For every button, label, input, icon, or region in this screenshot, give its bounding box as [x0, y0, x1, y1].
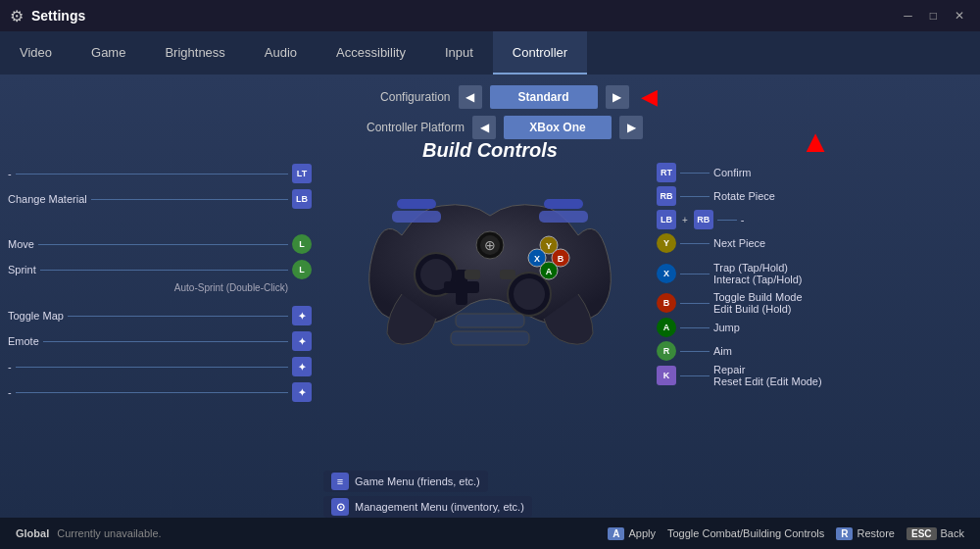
titlebar: ⚙ Settings ─ □ ✕: [0, 0, 980, 31]
jump-label-text: Jump: [713, 322, 740, 333]
svg-text:Y: Y: [546, 241, 552, 251]
right-labels-column: RT Confirm RB Rotate Piece LB + RB - Y: [657, 161, 980, 388]
trap-label-text: Trap (Tap/Hold): [713, 262, 802, 274]
y-badge-nextpiece: Y: [657, 233, 676, 253]
lb-badge: LB: [292, 189, 312, 209]
status-left: Global Currently unavailable.: [16, 527, 162, 539]
svg-rect-24: [451, 331, 529, 345]
mgmt-label-text: Management Menu (inventory, etc.): [355, 501, 524, 513]
status-right: A Apply Toggle Combat/Building Controls …: [608, 527, 964, 540]
controller-image: Y X B A ⊕: [343, 157, 637, 353]
tab-game[interactable]: Game: [72, 31, 145, 75]
confirm-label-text: Confirm: [713, 167, 752, 178]
rl-row-nextpiece: Y Next Piece: [657, 231, 980, 255]
restore-badge: R: [836, 527, 853, 540]
statusbar: Global Currently unavailable. A Apply To…: [0, 518, 980, 549]
restore-button[interactable]: R Restore: [836, 527, 895, 540]
apply-button[interactable]: A Apply: [608, 527, 656, 540]
repair-label-text: Repair: [713, 364, 822, 375]
rotate-line: [680, 196, 710, 197]
svg-rect-9: [444, 281, 479, 293]
dash1-line: [16, 367, 288, 368]
config-configuration-row: Configuration ◀ Standard ▶ ◀: [323, 84, 658, 110]
svg-text:X: X: [534, 254, 540, 264]
repair-reset-labels: Repair Reset Edit (Edit Mode): [713, 364, 822, 387]
svg-text:⊕: ⊕: [484, 237, 496, 253]
tab-input[interactable]: Input: [425, 31, 493, 75]
interact-label-text: Interact (Tap/Hold): [713, 274, 802, 285]
configuration-next-button[interactable]: ▶: [606, 85, 629, 109]
confirm-line: [680, 173, 710, 174]
gamemenu-label-text: Game Menu (friends, etc.): [355, 475, 480, 487]
titlebar-controls: ─ □ ✕: [898, 7, 970, 25]
ll-row-dash2: - ✦: [8, 379, 312, 405]
spacer-1: [8, 212, 312, 231]
b-badge-togglebuild: B: [657, 293, 676, 313]
maximize-button[interactable]: □: [924, 7, 943, 25]
svg-rect-3: [544, 199, 583, 209]
svg-text:B: B: [558, 254, 564, 264]
a-badge-jump: A: [657, 318, 676, 337]
lbrb-line: [717, 220, 737, 221]
rt-badge-confirm: RT: [657, 163, 676, 182]
svg-point-7: [514, 278, 545, 310]
configuration-prev-button[interactable]: ◀: [459, 85, 482, 109]
lb-badge-lbrb: LB: [657, 210, 676, 229]
dpad-badge-emote: ✦: [292, 331, 312, 351]
spacer-2: [8, 293, 312, 303]
game-menu-row: ≡ Game Menu (friends, etc.): [323, 471, 488, 492]
tab-accessibility[interactable]: Accessibility: [317, 31, 425, 75]
lb-line: [91, 199, 288, 200]
rl-row-repair: K Repair Reset Edit (Edit Mode): [657, 363, 980, 388]
plus-sign: +: [682, 215, 688, 225]
dpad-badge-togglemap: ✦: [292, 306, 312, 325]
togglemap-label-text: Toggle Map: [8, 310, 64, 322]
platform-prev-button[interactable]: ◀: [472, 116, 496, 139]
lb-label-text: Change Material: [8, 193, 87, 205]
apply-label: Apply: [628, 527, 656, 539]
togglebuild-line: [680, 303, 710, 304]
lbrb-label-text: -: [741, 214, 745, 225]
rl-row-togglebuild: B Toggle Build Mode Edit Build (Hold): [657, 290, 980, 316]
aim-label-text: Aim: [713, 345, 732, 357]
config-section: Configuration ◀ Standard ▶ ◀ Controller …: [0, 75, 980, 139]
l-badge-move: L: [292, 234, 312, 254]
back-button[interactable]: ESC Back: [906, 527, 964, 540]
management-menu-row: ⊙ Management Menu (inventory, etc.): [323, 496, 532, 518]
sprint-line: [40, 270, 288, 271]
configuration-label: Configuration: [323, 90, 451, 104]
l-badge-sprint: L: [292, 260, 312, 279]
svg-rect-2: [539, 211, 588, 223]
rb-badge-lbrb: RB: [694, 210, 713, 229]
rb-badge-rotate: RB: [657, 186, 676, 206]
r-badge-aim: R: [657, 341, 676, 361]
rl-row-trap: X Trap (Tap/Hold) Interact (Tap/Hold): [657, 261, 980, 286]
ll-row-sprint: Sprint L: [8, 257, 312, 282]
left-labels-column: - LT Change Material LB Move L Sprint: [8, 161, 312, 405]
dpad-badge-dash1: ✦: [292, 357, 312, 376]
close-button[interactable]: ✕: [949, 7, 970, 25]
tab-audio[interactable]: Audio: [245, 31, 317, 75]
tab-video[interactable]: Video: [0, 31, 72, 75]
resetedit-label-text: Reset Edit (Edit Mode): [713, 375, 822, 387]
k-badge-repair: K: [657, 366, 676, 385]
titlebar-left: ⚙ Settings: [10, 7, 85, 25]
platform-next-button[interactable]: ▶: [619, 116, 643, 139]
togglebuild-label-text: Toggle Build Mode: [713, 291, 803, 303]
move-line: [38, 244, 288, 245]
rl-row-jump: A Jump: [657, 316, 980, 339]
toggle-combat-button[interactable]: Toggle Combat/Building Controls: [667, 527, 824, 539]
svg-rect-0: [392, 211, 441, 223]
tab-controller[interactable]: Controller: [493, 31, 587, 75]
emote-label-text: Emote: [8, 335, 39, 347]
rl-row-confirm: RT Confirm: [657, 161, 980, 184]
tab-brightness[interactable]: Brightness: [145, 31, 244, 75]
jump-line: [680, 327, 710, 328]
rl-row-aim: R Aim: [657, 339, 980, 363]
back-badge: ESC: [906, 527, 937, 540]
toggle-combat-label: Toggle Combat/Building Controls: [667, 527, 824, 539]
x-badge-trap: X: [657, 264, 676, 283]
ll-row-lt: - LT: [8, 161, 312, 186]
minimize-button[interactable]: ─: [898, 7, 918, 25]
back-label: Back: [941, 527, 964, 539]
